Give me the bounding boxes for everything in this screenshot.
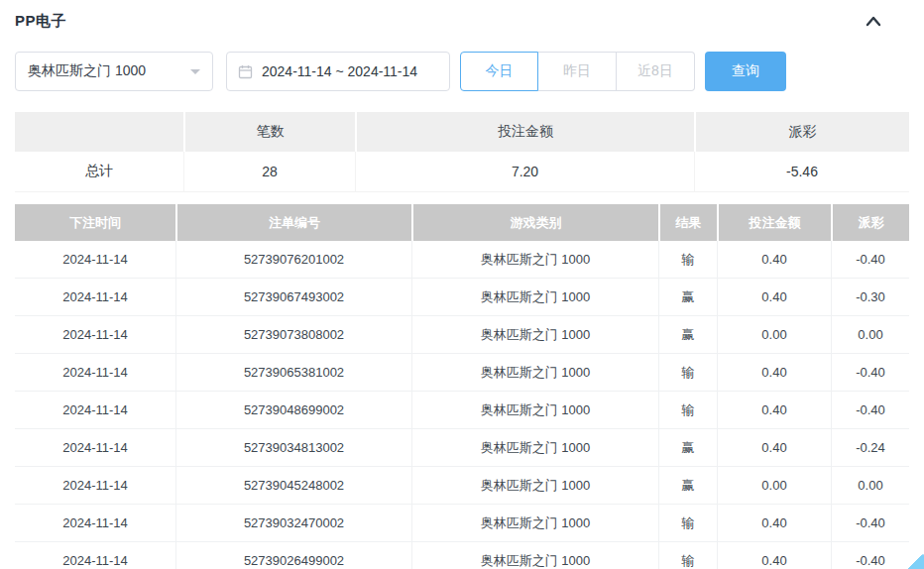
cell-payout: -0.30 <box>831 279 909 315</box>
bets-table: 下注时间 注单编号 游戏类别 结果 投注金额 派彩 2024-11-14 527… <box>15 204 909 569</box>
cell-bet-time: 2024-11-14 <box>15 279 175 315</box>
header-payout: 派彩 <box>831 204 909 241</box>
summary-total-row: 总计 28 7.20 -5.46 <box>15 152 909 192</box>
page-title: PP电子 <box>15 12 66 31</box>
header-result: 结果 <box>658 204 717 241</box>
bets-table-body: 2024-11-14 52739076201002 奥林匹斯之门 1000 输 … <box>15 241 909 569</box>
cell-result: 赢 <box>658 429 717 466</box>
summary-table: 笔数 投注金额 派彩 总计 28 7.20 -5.46 <box>15 112 909 192</box>
cell-game-category: 奥林匹斯之门 1000 <box>411 354 658 391</box>
cell-bet-time: 2024-11-14 <box>15 392 175 428</box>
cell-game-category: 奥林匹斯之门 1000 <box>411 392 658 428</box>
collapse-panel-button[interactable] <box>865 13 882 31</box>
cell-game-category: 奥林匹斯之门 1000 <box>411 542 658 569</box>
cell-bet-id: 52739048699002 <box>175 392 411 428</box>
table-row: 2024-11-14 52739045248002 奥林匹斯之门 1000 赢 … <box>15 467 909 505</box>
cell-bet-time: 2024-11-14 <box>15 505 175 541</box>
cell-bet-time: 2024-11-14 <box>15 542 175 569</box>
cell-bet-time: 2024-11-14 <box>15 467 175 504</box>
quick-range-group: 今日 昨日 近8日 <box>460 52 695 91</box>
summary-payout-value: -5.46 <box>694 152 909 191</box>
cell-bet-id: 52739065381002 <box>175 354 411 391</box>
summary-header-count: 笔数 <box>183 112 355 152</box>
table-row: 2024-11-14 52739065381002 奥林匹斯之门 1000 输 … <box>15 354 909 392</box>
cell-bet-id: 52739067493002 <box>175 279 411 315</box>
cell-bet-amount: 0.00 <box>717 467 831 504</box>
quick-button-last-8-days[interactable]: 近8日 <box>617 52 695 91</box>
table-row: 2024-11-14 52739048699002 奥林匹斯之门 1000 输 … <box>15 392 909 429</box>
cell-game-category: 奥林匹斯之门 1000 <box>411 429 658 466</box>
cell-result: 赢 <box>658 467 717 504</box>
cell-game-category: 奥林匹斯之门 1000 <box>411 316 658 353</box>
table-row: 2024-11-14 52739026499002 奥林匹斯之门 1000 输 … <box>15 542 909 569</box>
bets-table-header: 下注时间 注单编号 游戏类别 结果 投注金额 派彩 <box>15 204 909 241</box>
summary-table-header: 笔数 投注金额 派彩 <box>15 112 909 152</box>
summary-count-value: 28 <box>183 152 355 191</box>
cell-game-category: 奥林匹斯之门 1000 <box>411 279 658 315</box>
query-button[interactable]: 查询 <box>705 52 786 91</box>
cell-game-category: 奥林匹斯之门 1000 <box>411 467 658 504</box>
cell-result: 输 <box>658 392 717 428</box>
cell-payout: -0.24 <box>831 429 909 466</box>
cell-bet-amount: 0.40 <box>717 505 831 541</box>
cell-payout: 0.00 <box>831 316 909 353</box>
quick-button-today[interactable]: 今日 <box>460 52 538 91</box>
quick-button-yesterday[interactable]: 昨日 <box>538 52 617 91</box>
cell-bet-time: 2024-11-14 <box>15 354 175 391</box>
summary-total-label: 总计 <box>15 152 183 191</box>
cell-bet-id: 52739076201002 <box>175 241 411 278</box>
header-game-category: 游戏类别 <box>411 204 658 241</box>
cell-payout: -0.40 <box>831 354 909 391</box>
game-select[interactable]: 奥林匹斯之门 1000 <box>15 52 213 91</box>
cell-bet-time: 2024-11-14 <box>15 316 175 353</box>
cell-result: 赢 <box>658 316 717 353</box>
cell-bet-id: 52739032470002 <box>175 505 411 541</box>
cell-payout: -0.40 <box>831 392 909 428</box>
cell-bet-time: 2024-11-14 <box>15 241 175 278</box>
cell-result: 输 <box>658 542 717 569</box>
cell-result: 输 <box>658 241 717 278</box>
table-row: 2024-11-14 52739076201002 奥林匹斯之门 1000 输 … <box>15 241 909 279</box>
date-range-picker[interactable]: 2024-11-14 ~ 2024-11-14 <box>226 52 450 91</box>
cell-bet-amount: 0.40 <box>717 392 831 428</box>
table-row: 2024-11-14 52739073808002 奥林匹斯之门 1000 赢 … <box>15 316 909 354</box>
header-bet-time: 下注时间 <box>15 204 175 241</box>
table-row: 2024-11-14 52739034813002 奥林匹斯之门 1000 赢 … <box>15 429 909 467</box>
cell-payout: -0.40 <box>831 542 909 569</box>
date-range-value: 2024-11-14 ~ 2024-11-14 <box>262 63 417 79</box>
cell-result: 输 <box>658 354 717 391</box>
summary-header-blank <box>15 112 183 152</box>
panel-header: PP电子 <box>15 0 909 31</box>
table-row: 2024-11-14 52739032470002 奥林匹斯之门 1000 输 … <box>15 505 909 542</box>
cell-payout: -0.40 <box>831 505 909 541</box>
cell-bet-id: 52739045248002 <box>175 467 411 504</box>
cell-bet-amount: 0.40 <box>717 241 831 278</box>
cell-payout: 0.00 <box>831 467 909 504</box>
cell-bet-amount: 0.40 <box>717 429 831 466</box>
cell-bet-amount: 0.40 <box>717 279 831 315</box>
cell-bet-id: 52739073808002 <box>175 316 411 353</box>
cell-result: 输 <box>658 505 717 541</box>
cell-bet-amount: 0.00 <box>717 316 831 353</box>
calendar-icon <box>238 64 253 79</box>
summary-bet-amount-value: 7.20 <box>355 152 694 191</box>
cell-game-category: 奥林匹斯之门 1000 <box>411 505 658 541</box>
cell-bet-id: 52739034813002 <box>175 429 411 466</box>
chevron-up-icon <box>865 13 882 31</box>
chevron-down-icon <box>190 69 200 79</box>
header-bet-amount: 投注金额 <box>717 204 831 241</box>
cell-game-category: 奥林匹斯之门 1000 <box>411 241 658 278</box>
summary-header-bet-amount: 投注金额 <box>355 112 694 152</box>
cell-result: 赢 <box>658 279 717 315</box>
game-select-value: 奥林匹斯之门 1000 <box>28 62 146 80</box>
cell-bet-amount: 0.40 <box>717 354 831 391</box>
header-bet-id: 注单编号 <box>175 204 411 241</box>
table-row: 2024-11-14 52739067493002 奥林匹斯之门 1000 赢 … <box>15 279 909 316</box>
cell-payout: -0.40 <box>831 241 909 278</box>
summary-header-payout: 派彩 <box>694 112 909 152</box>
cell-bet-time: 2024-11-14 <box>15 429 175 466</box>
pp-games-panel: PP电子 奥林匹斯之门 1000 2024-11-14 ~ 2024-11-14… <box>0 0 924 569</box>
cell-bet-id: 52739026499002 <box>175 542 411 569</box>
cell-bet-amount: 0.40 <box>717 542 831 569</box>
filter-controls: 奥林匹斯之门 1000 2024-11-14 ~ 2024-11-14 今日 昨… <box>15 52 909 91</box>
